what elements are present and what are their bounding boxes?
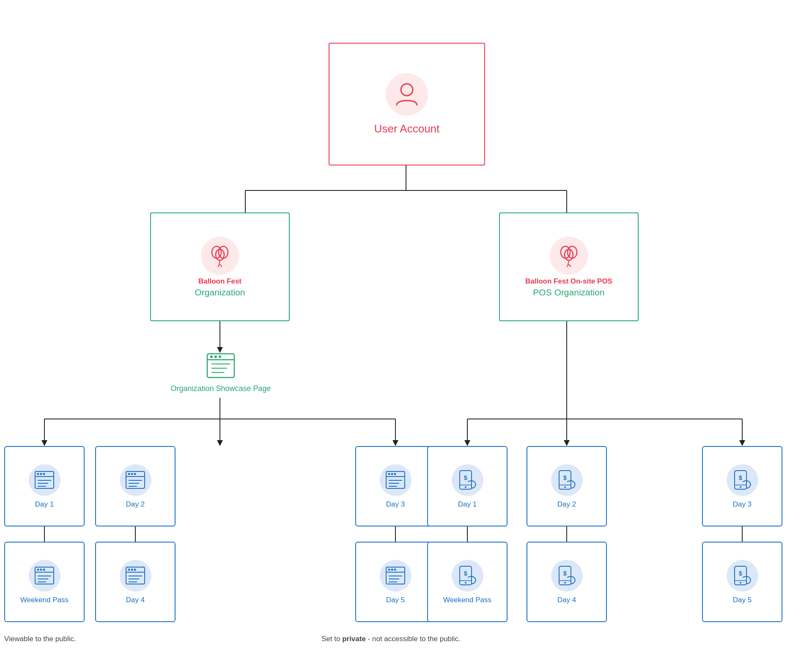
svg-point-41 (37, 473, 39, 475)
svg-point-83 (394, 569, 396, 571)
pos-ticket-icon-r3: $ (731, 469, 753, 491)
ticket-page-icon-1 (33, 469, 55, 491)
ticket-page-icon-3 (384, 469, 406, 491)
svg-text:$: $ (464, 570, 467, 577)
svg-text:$: $ (464, 474, 467, 481)
left-ticket-day2-label: Day 2 (126, 500, 145, 509)
right-ticket-day3: $ Day 3 (702, 446, 782, 526)
ticket-page-icon-wp (33, 565, 55, 587)
svg-point-101 (465, 582, 466, 584)
right-ticket-day5-label: Day 5 (733, 596, 752, 604)
svg-point-74 (131, 569, 133, 571)
pos-ticket-icon-rwp: $ (456, 565, 478, 587)
left-ticket-day4-label: Day 4 (126, 596, 145, 604)
showcase-label: Organization Showcase Page (170, 384, 271, 393)
svg-point-67 (43, 569, 45, 571)
svg-point-43 (43, 473, 45, 475)
balloon-icon-right (556, 243, 582, 268)
svg-point-57 (388, 473, 390, 475)
right-ticket-day4: $ Day 4 (527, 542, 607, 622)
svg-point-59 (394, 473, 396, 475)
svg-marker-15 (392, 440, 398, 446)
right-footnote-prefix: Set to (321, 635, 342, 643)
balloon-fest-org-type: Organization (195, 287, 245, 298)
left-ticket-day5: Day 5 (355, 542, 436, 622)
right-footnote-bold: private (342, 635, 366, 643)
svg-point-75 (134, 569, 136, 571)
right-ticket-day2: $ Day 2 (527, 446, 607, 526)
left-ticket-day3: Day 3 (355, 446, 436, 526)
svg-point-105 (564, 582, 566, 584)
svg-point-82 (391, 569, 393, 571)
left-ticket-weekend-label: Weekend Pass (20, 596, 69, 604)
svg-text:$: $ (739, 474, 742, 481)
ticket-page-icon-2 (124, 469, 146, 491)
balloon-fest-org-node: Balloon Fest Organization (150, 212, 290, 321)
svg-point-65 (37, 569, 39, 571)
svg-point-81 (388, 569, 390, 571)
svg-point-93 (564, 486, 566, 488)
svg-text:$: $ (563, 570, 567, 577)
right-ticket-day3-label: Day 3 (733, 500, 752, 509)
ticket-page-icon-4 (124, 565, 146, 587)
right-ticket-weekend-label: Weekend Pass (443, 596, 491, 604)
svg-marker-23 (739, 440, 745, 446)
showcase-node: Organization Showcase Page (191, 349, 250, 408)
left-ticket-day1: Day 1 (4, 446, 85, 526)
left-ticket-day1-label: Day 1 (35, 500, 54, 509)
pos-ticket-icon-r2: $ (556, 469, 578, 491)
svg-point-73 (128, 569, 130, 571)
showcase-icon (204, 349, 238, 383)
svg-marker-19 (464, 440, 470, 446)
left-ticket-weekend: Weekend Pass (4, 542, 85, 622)
svg-point-66 (40, 569, 42, 571)
svg-point-35 (219, 355, 221, 358)
balloon-icon-left (207, 243, 233, 268)
svg-point-27 (216, 249, 224, 260)
svg-marker-11 (41, 440, 47, 446)
svg-point-49 (128, 473, 130, 475)
left-ticket-day2: Day 2 (95, 446, 176, 526)
balloon-fest-org-name: Balloon Fest (198, 277, 241, 286)
user-icon (393, 80, 421, 108)
svg-point-50 (131, 473, 133, 475)
svg-point-109 (740, 582, 741, 584)
user-account-label: User Account (374, 122, 440, 135)
left-ticket-day4: Day 4 (95, 542, 176, 622)
pos-ticket-icon-r5: $ (731, 565, 753, 587)
svg-point-51 (134, 473, 136, 475)
balloon-fest-pos-name: Balloon Fest On-site POS (525, 277, 612, 286)
right-ticket-weekend: $ Weekend Pass (427, 542, 508, 622)
right-ticket-day1-label: Day 1 (458, 500, 477, 509)
right-ticket-day4-label: Day 4 (557, 596, 576, 604)
svg-point-34 (214, 355, 217, 358)
svg-text:$: $ (739, 570, 742, 577)
user-account-node: User Account (329, 43, 485, 165)
svg-marker-13 (217, 440, 223, 446)
right-ticket-day2-label: Day 2 (557, 500, 576, 509)
right-ticket-day1: $ Day 1 (427, 446, 508, 526)
svg-point-58 (391, 473, 393, 475)
left-ticket-day3-label: Day 3 (386, 500, 405, 509)
svg-point-24 (401, 84, 413, 96)
right-footnote: Set to private - not accessible to the p… (321, 635, 660, 643)
right-footnote-suffix: - not accessible to the public. (366, 635, 461, 643)
balloon-fest-pos-node: Balloon Fest On-site POS POS Organizatio… (499, 212, 639, 321)
pos-ticket-icon-r4: $ (556, 565, 578, 587)
balloon-fest-pos-type: POS Organization (533, 287, 604, 298)
svg-point-42 (40, 473, 42, 475)
left-footnote: Viewable to the public. (4, 635, 258, 643)
svg-marker-21 (564, 440, 570, 446)
svg-point-97 (740, 486, 741, 488)
left-ticket-day5-label: Day 5 (386, 596, 405, 604)
pos-ticket-icon-r1: $ (456, 469, 478, 491)
right-ticket-day5: $ Day 5 (702, 542, 782, 622)
svg-text:$: $ (563, 474, 567, 481)
ticket-page-icon-5 (384, 565, 406, 587)
svg-point-89 (465, 486, 466, 488)
diagram-container: User Account Balloon Fest Organization (0, 0, 812, 664)
svg-point-33 (210, 355, 213, 358)
svg-point-30 (565, 249, 573, 260)
